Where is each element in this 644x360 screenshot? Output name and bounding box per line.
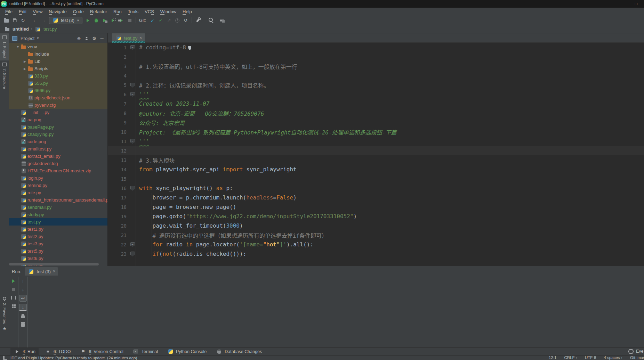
fold-marker-icon[interactable]: − bbox=[130, 252, 135, 256]
rerun-icon[interactable] bbox=[10, 278, 17, 284]
tree-item-remind-py[interactable]: remind.py bbox=[9, 182, 107, 189]
sync-settings-icon[interactable] bbox=[219, 17, 226, 24]
stripe-button-7-structure[interactable]: 7: Structure bbox=[0, 60, 9, 91]
stop-icon[interactable] bbox=[126, 17, 133, 24]
tree-item-role-py[interactable]: role.py bbox=[9, 189, 107, 196]
tree-item-basepage-py[interactable]: basePage.py bbox=[9, 123, 107, 131]
status-message[interactable]: IDE and Plugin Updates: PyCharm is ready… bbox=[10, 356, 137, 360]
tree-item-__init__-py[interactable]: __init__.py bbox=[9, 109, 107, 116]
fold-column[interactable]: − bbox=[129, 252, 136, 256]
fold-marker-icon[interactable]: − bbox=[130, 83, 135, 88]
menu-item-run[interactable]: Run bbox=[110, 9, 125, 14]
tree-item-test1-py[interactable]: test1.py bbox=[9, 226, 107, 233]
git-commit-icon[interactable]: ✓ bbox=[157, 17, 164, 24]
git-push-icon[interactable]: ↗ bbox=[166, 17, 172, 24]
fold-column[interactable]: − bbox=[129, 242, 136, 247]
stripe-button-1-project[interactable]: 1: Project bbox=[0, 33, 9, 60]
tree-item-include[interactable]: Include bbox=[9, 50, 107, 58]
sync-reload-icon[interactable]: ↻ bbox=[19, 17, 26, 24]
tree-item-555-py[interactable]: 555.py bbox=[9, 80, 107, 87]
wrench-icon[interactable] bbox=[194, 17, 201, 24]
run-coverage-icon[interactable] bbox=[101, 17, 108, 24]
tree-item-htmltestrunnercn-master-zip[interactable]: HTMLTestRunnerCN-master.zip bbox=[9, 167, 107, 174]
tree-item-runtest_htmltestrunner_autosendemail-py[interactable]: runtest_htmltestrunner_autosendemail.py bbox=[9, 196, 107, 204]
tab-test-py[interactable]: test.py × bbox=[112, 33, 145, 42]
tree-item-test2-py[interactable]: test2.py bbox=[9, 233, 107, 240]
toolwindow-button-4-run[interactable]: 4: Run bbox=[10, 348, 39, 355]
project-panel-title[interactable]: Project bbox=[21, 36, 34, 41]
stop-icon[interactable] bbox=[10, 286, 17, 293]
clear-all-icon[interactable] bbox=[19, 321, 26, 328]
forward-arrow-icon[interactable]: → bbox=[40, 17, 47, 24]
profiler-icon[interactable] bbox=[110, 17, 116, 24]
event-log-button[interactable]: Eve bbox=[627, 348, 644, 354]
back-arrow-icon[interactable]: ← bbox=[32, 17, 39, 24]
down-stack-trace-icon[interactable]: ↓ bbox=[19, 286, 26, 293]
toolwindow-button-9-version-control[interactable]: ⚑9: Version Control bbox=[77, 348, 126, 355]
chevron-down-icon[interactable]: ▼ bbox=[36, 36, 39, 40]
git-history-icon[interactable] bbox=[174, 17, 181, 24]
status-widget-git-master[interactable]: Git: master bbox=[630, 355, 644, 360]
toolwindow-button-6-todo[interactable]: ≡6: TODO bbox=[41, 348, 74, 355]
fold-marker-icon[interactable]: − bbox=[130, 186, 135, 191]
toolwindow-toggle-icon[interactable] bbox=[1, 355, 8, 360]
tree-item-test-py[interactable]: test.py bbox=[9, 218, 107, 226]
tree-item-aa-png[interactable]: aa.png bbox=[9, 116, 107, 123]
expand-arrow-icon[interactable]: ▼ bbox=[15, 45, 21, 49]
open-folder-icon[interactable] bbox=[3, 17, 10, 24]
search-everywhere-icon[interactable] bbox=[207, 17, 214, 24]
tree-item-test6-py[interactable]: test6.py bbox=[9, 255, 107, 262]
tree-item-test3-py[interactable]: test3.py bbox=[9, 240, 107, 247]
tree-item-pip-selfcheck-json[interactable]: {}pip-selfcheck.json bbox=[9, 94, 107, 101]
tree-item-chaojiying-py[interactable]: chaojiying.py bbox=[9, 131, 107, 138]
tree-item-test5-py[interactable]: test5.py bbox=[9, 247, 107, 255]
up-stack-trace-icon[interactable]: ↑ bbox=[19, 278, 26, 284]
expand-arrow-icon[interactable]: ▶ bbox=[22, 67, 27, 71]
status-widget-crlf[interactable]: CRLF↕ bbox=[564, 355, 577, 360]
tree-item-emailtest-py[interactable]: emailtest.py bbox=[9, 145, 107, 153]
tree-item-geckodriver-log[interactable]: geckodriver.log bbox=[9, 160, 107, 167]
print-icon[interactable] bbox=[19, 313, 26, 319]
run-console-output[interactable] bbox=[28, 277, 644, 348]
fold-column[interactable]: − bbox=[129, 83, 136, 88]
code-editor-area[interactable]: 1−# coding=utf-823# 1.先设置编码，utf-8可支持中英文，… bbox=[108, 43, 644, 266]
fold-column[interactable]: − bbox=[129, 186, 136, 191]
hide-panel-icon[interactable]: ─ bbox=[98, 35, 105, 41]
fold-column[interactable]: − bbox=[129, 92, 136, 97]
toolwindow-button-terminal[interactable]: >_Terminal bbox=[129, 348, 161, 355]
git-rollback-icon[interactable]: ↺ bbox=[182, 17, 189, 24]
maximize-button[interactable]: □ bbox=[628, 0, 644, 8]
debug-icon[interactable] bbox=[93, 17, 100, 24]
run-concurrency-icon[interactable] bbox=[118, 17, 125, 24]
run-tab-test3[interactable]: test (3) × bbox=[25, 267, 58, 276]
status-widget-12-1[interactable]: 12:1 bbox=[549, 355, 556, 360]
fold-column[interactable]: − bbox=[129, 139, 136, 144]
run-configuration-select[interactable]: test (3)▼ bbox=[49, 17, 82, 24]
fold-column[interactable]: − bbox=[129, 45, 136, 50]
git-update-icon[interactable]: ↙ bbox=[149, 17, 156, 24]
menu-item-window[interactable]: Window bbox=[157, 9, 179, 14]
breadcrumb-project[interactable]: untitled bbox=[13, 26, 29, 32]
menu-item-file[interactable]: File bbox=[2, 9, 16, 14]
close-icon[interactable]: × bbox=[139, 35, 142, 40]
expand-arrow-icon[interactable]: ▶ bbox=[22, 60, 27, 63]
tree-item-scripts[interactable]: ▶Scripts bbox=[9, 65, 107, 72]
menu-item-vcs[interactable]: VCS bbox=[142, 9, 157, 14]
fold-marker-icon[interactable]: − bbox=[130, 45, 135, 50]
close-icon[interactable]: × bbox=[53, 269, 55, 274]
pause-output-icon[interactable] bbox=[10, 295, 17, 301]
menu-item-tools[interactable]: Tools bbox=[125, 9, 142, 14]
fold-marker-icon[interactable]: − bbox=[130, 139, 135, 144]
stripe-button-favorites[interactable]: 2: Favorites★ bbox=[0, 293, 9, 334]
tree-item-lib[interactable]: ▶Lib bbox=[9, 58, 107, 65]
menu-item-refactor[interactable]: Refactor bbox=[87, 9, 110, 14]
tree-item-pyvenv-cfg[interactable]: pyvenv.cfg bbox=[9, 101, 107, 109]
collapse-all-icon[interactable] bbox=[83, 35, 90, 41]
tree-item-extract_email-py[interactable]: extract_email.py bbox=[9, 153, 107, 160]
tree-item-333-py[interactable]: 333.py bbox=[9, 72, 107, 80]
tree-item-study-py[interactable]: study.py bbox=[9, 211, 107, 218]
tree-item-login-py[interactable]: login.py bbox=[9, 174, 107, 182]
toolwindow-button-database-changes[interactable]: Database Changes bbox=[212, 348, 265, 355]
fold-marker-icon[interactable]: − bbox=[130, 242, 135, 247]
gear-icon[interactable]: ⚙ bbox=[91, 35, 98, 41]
